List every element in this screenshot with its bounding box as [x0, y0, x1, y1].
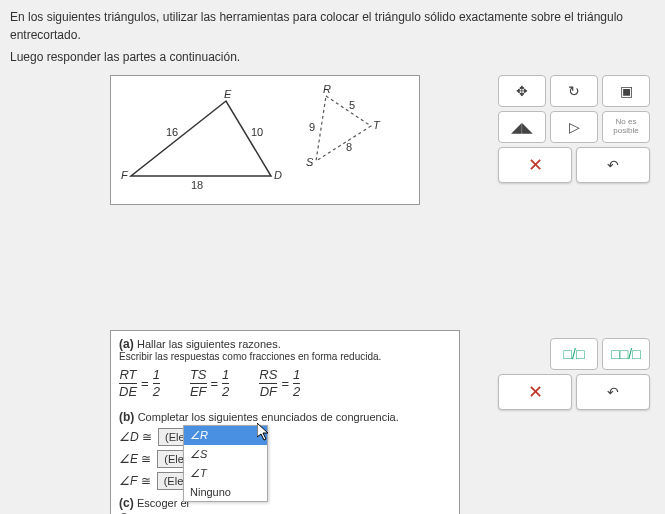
vertex-F: F — [121, 169, 128, 181]
part-b-title: Completar los siguientes enunciados de c… — [138, 411, 399, 423]
ratio-3: RSDF = 12 — [259, 368, 300, 400]
side-9: 9 — [309, 121, 315, 133]
dropdown-option-R[interactable]: ∠R — [184, 426, 267, 445]
box-tool[interactable]: ▣ — [602, 75, 650, 107]
instruction-line-1: En los siguientes triángulos, utilizar l… — [10, 8, 655, 44]
reset-button[interactable]: ↶ — [576, 147, 650, 183]
flip-h-tool[interactable]: ◢◣ — [498, 111, 546, 143]
angle-E: ∠E ≅ — [119, 452, 151, 466]
flip-v-tool[interactable]: ▷ — [550, 111, 598, 143]
dropdown-option-S[interactable]: ∠S — [184, 445, 267, 464]
side-8: 8 — [346, 141, 352, 153]
vertex-D: D — [274, 169, 282, 181]
fraction-tool[interactable]: □/□ — [550, 338, 598, 370]
answer-toolbar: □/□ □□/□ ✕ ↶ — [490, 338, 650, 414]
part-a-sub: Escribir las respuestas como fracciones … — [119, 351, 451, 362]
vertex-R: R — [323, 83, 331, 95]
instruction-line-2: Luego responder las partes a continuació… — [10, 48, 655, 66]
triangle-dashed[interactable]: R T S 5 8 9 — [311, 91, 391, 174]
dropdown-option-none[interactable]: Ninguno — [184, 483, 267, 501]
close-button-2[interactable]: ✕ — [498, 374, 572, 410]
not-possible-tool[interactable]: No es posible — [602, 111, 650, 143]
figure-box[interactable]: E F D 16 10 18 R T S 5 8 9 — [110, 75, 420, 205]
vertex-E: E — [224, 88, 231, 100]
reset-button-2[interactable]: ↶ — [576, 374, 650, 410]
svg-marker-1 — [316, 96, 371, 161]
ratio-1: RTDE = 12 — [119, 368, 160, 400]
close-button[interactable]: ✕ — [498, 147, 572, 183]
side-16: 16 — [166, 126, 178, 138]
vertex-S: S — [306, 156, 313, 168]
triangle-main[interactable]: E F D 16 10 18 — [131, 96, 281, 184]
figure-toolbar: ✥ ↻ ▣ ◢◣ ▷ No es posible ✕ ↶ — [490, 75, 650, 187]
part-a-label: (a) — [119, 337, 134, 351]
part-c-label: (c) — [119, 496, 134, 510]
ratio-2: TSEF = 12 — [190, 368, 229, 400]
move-tool[interactable]: ✥ — [498, 75, 546, 107]
side-10: 10 — [251, 126, 263, 138]
part-a-title: Hallar las siguientes razones. — [137, 338, 281, 350]
side-18: 18 — [191, 179, 203, 191]
side-5: 5 — [349, 99, 355, 111]
part-b-label: (b) — [119, 410, 134, 424]
rotate-tool[interactable]: ↻ — [550, 75, 598, 107]
svg-marker-0 — [131, 101, 271, 176]
angle-F: ∠F ≅ — [119, 474, 151, 488]
part-c-title: Escoger el — [137, 497, 189, 509]
dropdown-option-T[interactable]: ∠T — [184, 464, 267, 483]
angle-D: ∠D ≅ — [119, 430, 152, 444]
mixed-fraction-tool[interactable]: □□/□ — [602, 338, 650, 370]
dropdown-menu-open: ∠R ∠S ∠T Ninguno — [183, 425, 268, 502]
vertex-T: T — [373, 119, 380, 131]
questions-box: (a) Hallar las siguientes razones. Escri… — [110, 330, 460, 514]
